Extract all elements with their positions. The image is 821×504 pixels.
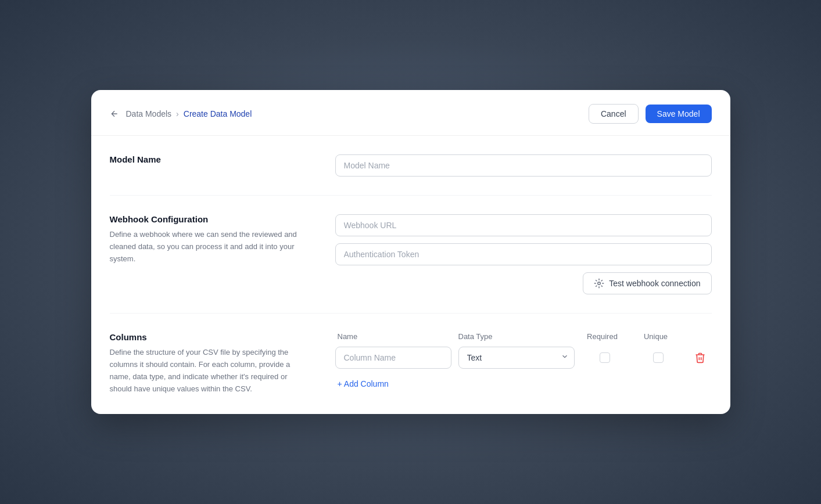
col-header-unique: Unique bbox=[633, 332, 679, 341]
webhook-section: Webhook Configuration Define a webhook w… bbox=[110, 214, 712, 314]
table-row: TextNumberDateBooleanEmail bbox=[335, 347, 712, 369]
columns-description: Define the structure of your CSV file by… bbox=[110, 347, 307, 395]
cancel-button[interactable]: Cancel bbox=[589, 104, 639, 124]
columns-section: Columns Define the structure of your CSV… bbox=[110, 332, 712, 395]
arrow-left-icon bbox=[110, 109, 119, 118]
breadcrumb-current: Create Data Model bbox=[184, 109, 252, 118]
model-name-section: Model Name bbox=[110, 154, 712, 196]
header: Data Models › Create Data Model Cancel S… bbox=[91, 90, 730, 136]
delete-column-button[interactable] bbox=[689, 350, 712, 366]
columns-title: Columns bbox=[110, 332, 307, 342]
required-checkbox[interactable] bbox=[600, 352, 610, 363]
svg-point-0 bbox=[598, 282, 601, 285]
columns-fields: Name Data Type Required Unique TextNumbe… bbox=[335, 332, 712, 395]
page-wrapper: Data Models › Create Data Model Cancel S… bbox=[91, 90, 730, 413]
trash-icon bbox=[694, 352, 706, 363]
add-column-button[interactable]: + Add Column bbox=[335, 375, 391, 393]
data-type-select[interactable]: TextNumberDateBooleanEmail bbox=[458, 347, 575, 369]
col-header-name: Name bbox=[338, 332, 451, 341]
columns-table-header: Name Data Type Required Unique bbox=[335, 332, 712, 341]
webhook-label-area: Webhook Configuration Define a webhook w… bbox=[110, 214, 307, 294]
webhook-description: Define a webhook where we can send the r… bbox=[110, 229, 307, 265]
col-header-actions bbox=[686, 332, 709, 341]
data-type-select-wrapper: TextNumberDateBooleanEmail bbox=[458, 347, 575, 369]
breadcrumb-separator: › bbox=[176, 109, 179, 118]
model-name-label-area: Model Name bbox=[110, 154, 307, 177]
header-actions: Cancel Save Model bbox=[589, 104, 712, 124]
required-checkbox-cell bbox=[582, 352, 628, 363]
unique-checkbox[interactable] bbox=[653, 352, 664, 363]
webhook-url-input[interactable] bbox=[335, 214, 712, 236]
main-card: Data Models › Create Data Model Cancel S… bbox=[91, 90, 730, 413]
columns-label-area: Columns Define the structure of your CSV… bbox=[110, 332, 307, 395]
breadcrumb-data-models[interactable]: Data Models bbox=[126, 109, 172, 118]
back-button[interactable] bbox=[110, 109, 121, 118]
unique-checkbox-cell bbox=[635, 352, 682, 363]
model-name-input[interactable] bbox=[335, 154, 712, 177]
test-webhook-button[interactable]: Test webhook connection bbox=[583, 272, 711, 294]
breadcrumb: Data Models › Create Data Model bbox=[110, 109, 252, 118]
column-name-input[interactable] bbox=[335, 347, 451, 369]
columns-table: Name Data Type Required Unique TextNumbe… bbox=[335, 332, 712, 393]
save-model-button[interactable]: Save Model bbox=[646, 105, 712, 123]
col-header-required: Required bbox=[579, 332, 626, 341]
model-name-title: Model Name bbox=[110, 154, 307, 164]
authentication-token-input[interactable] bbox=[335, 243, 712, 265]
webhook-title: Webhook Configuration bbox=[110, 214, 307, 224]
content: Model Name Webhook Configuration Define … bbox=[91, 136, 730, 413]
model-name-fields bbox=[335, 154, 712, 177]
webhook-icon bbox=[594, 278, 604, 289]
webhook-fields: Test webhook connection bbox=[335, 214, 712, 294]
col-header-data-type: Data Type bbox=[458, 332, 572, 341]
add-column-label: + Add Column bbox=[338, 379, 389, 388]
test-webhook-label: Test webhook connection bbox=[609, 279, 700, 288]
